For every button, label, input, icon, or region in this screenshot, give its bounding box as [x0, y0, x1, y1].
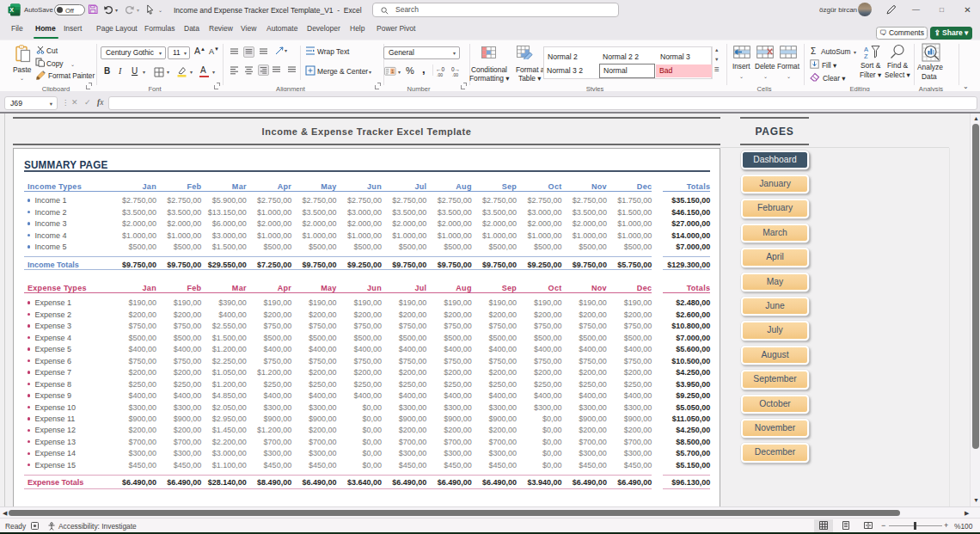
svg-text:.00: .00: [452, 72, 458, 77]
svg-text:X: X: [9, 7, 14, 13]
svg-text:Z: Z: [864, 52, 868, 59]
svg-text:.00: .00: [437, 72, 443, 77]
svg-text:1: 1: [391, 69, 394, 74]
